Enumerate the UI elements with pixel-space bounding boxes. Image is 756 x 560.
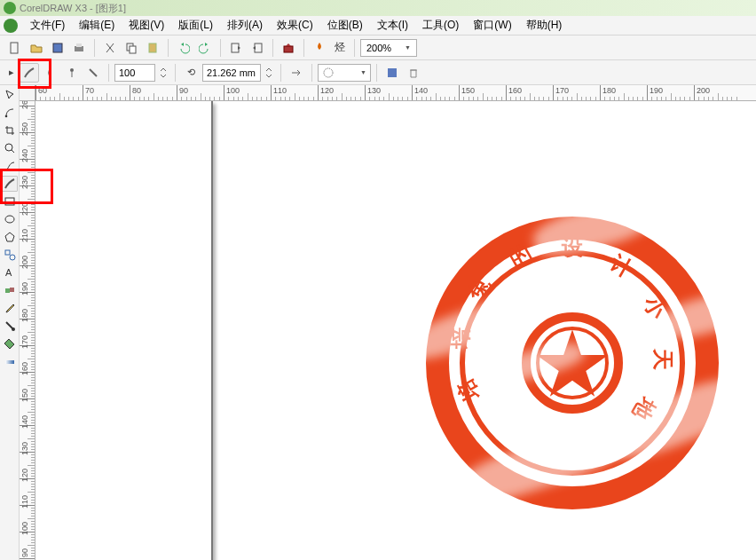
blend-tool[interactable] bbox=[2, 282, 18, 298]
separator bbox=[311, 64, 312, 82]
brush-preset-3[interactable] bbox=[62, 63, 82, 83]
menu-effects[interactable]: 效果(C) bbox=[270, 16, 320, 35]
svg-rect-21 bbox=[10, 288, 14, 292]
artistic-media-tool[interactable] bbox=[2, 176, 18, 192]
brush-preset-1[interactable] bbox=[20, 63, 39, 83]
delete-preset-button[interactable] bbox=[404, 63, 423, 83]
chevron-down-icon: ▼ bbox=[360, 69, 366, 75]
rectangle-tool[interactable] bbox=[2, 193, 18, 209]
menu-text[interactable]: 文本(I) bbox=[370, 16, 415, 35]
shape-tool[interactable] bbox=[2, 105, 18, 121]
property-bar: ▸ 100 ⟲ 21.262 mm ▼ bbox=[0, 60, 756, 85]
zoom-selector[interactable]: 200% ▼ bbox=[360, 39, 417, 57]
basic-shapes-tool[interactable] bbox=[2, 247, 18, 263]
print-button[interactable] bbox=[69, 38, 89, 58]
workspace: A 60708090100110120130140150160170180190… bbox=[0, 85, 756, 560]
menu-edit[interactable]: 编辑(E) bbox=[72, 16, 122, 35]
polygon-tool[interactable] bbox=[2, 229, 18, 245]
eyedropper-tool[interactable] bbox=[2, 300, 18, 316]
svg-rect-8 bbox=[255, 43, 262, 52]
svg-rect-17 bbox=[5, 250, 10, 255]
zoom-value: 200% bbox=[366, 43, 391, 53]
separator bbox=[168, 39, 169, 57]
menu-view[interactable]: 视图(V) bbox=[122, 16, 171, 35]
svg-rect-23 bbox=[5, 360, 14, 364]
separator bbox=[376, 64, 377, 82]
stamp-graphic[interactable]: 培培兔的设计小天地 bbox=[426, 217, 719, 509]
paste-button[interactable] bbox=[143, 38, 162, 58]
rotation-link-icon[interactable]: ⟲ bbox=[181, 63, 201, 83]
menu-layout[interactable]: 版面(L) bbox=[171, 16, 220, 35]
svg-point-10 bbox=[70, 68, 74, 72]
interactive-fill-tool[interactable] bbox=[2, 353, 18, 369]
horizontal-ruler[interactable]: 6070809010011012013014015016017018019020… bbox=[35, 85, 756, 101]
open-button[interactable] bbox=[27, 38, 46, 58]
text-tool[interactable]: A bbox=[2, 264, 18, 280]
standard-toolbar: 烃 200% ▼ bbox=[0, 35, 756, 60]
app-launcher-button[interactable] bbox=[279, 38, 298, 58]
svg-rect-12 bbox=[388, 68, 397, 77]
separator bbox=[354, 39, 355, 57]
svg-rect-0 bbox=[11, 43, 18, 53]
menu-file[interactable]: 文件(F) bbox=[23, 16, 72, 35]
title-text: CorelDRAW X3 - [图形1] bbox=[20, 2, 126, 15]
canvas-area[interactable]: 培培兔的设计小天地 bbox=[35, 101, 756, 560]
cut-button[interactable] bbox=[100, 38, 120, 58]
svg-point-18 bbox=[10, 255, 15, 260]
title-bar: CorelDRAW X3 - [图形1] bbox=[0, 0, 756, 16]
separator bbox=[272, 39, 273, 57]
svg-rect-9 bbox=[284, 46, 293, 52]
svg-text:A: A bbox=[5, 267, 12, 278]
menu-arrange[interactable]: 排列(A) bbox=[220, 16, 270, 35]
flame-icon[interactable] bbox=[310, 38, 329, 58]
pick-tool[interactable] bbox=[2, 87, 18, 103]
undo-button[interactable] bbox=[174, 38, 193, 58]
outline-tool[interactable] bbox=[2, 318, 18, 334]
menu-help[interactable]: 帮助(H) bbox=[519, 16, 570, 35]
stepper-arrows-icon[interactable] bbox=[157, 63, 169, 83]
flyout-prev-icon[interactable]: ▸ bbox=[5, 63, 18, 83]
stroke-direction-button[interactable] bbox=[287, 63, 306, 83]
nib-shape-icon bbox=[322, 67, 335, 79]
brush-size-input[interactable]: 100 bbox=[114, 64, 155, 82]
redo-button[interactable] bbox=[195, 38, 215, 58]
svg-rect-15 bbox=[5, 198, 14, 205]
crop-tool[interactable] bbox=[2, 122, 18, 138]
zoom-tool[interactable] bbox=[2, 140, 18, 156]
separator bbox=[280, 64, 281, 82]
svg-point-14 bbox=[5, 144, 12, 151]
rotate-icon: ⟲ bbox=[187, 67, 195, 78]
toolbox: A bbox=[0, 85, 20, 560]
svg-point-16 bbox=[5, 216, 14, 223]
svg-rect-7 bbox=[232, 43, 239, 52]
separator bbox=[303, 39, 304, 57]
svg-rect-5 bbox=[130, 46, 136, 53]
svg-point-11 bbox=[324, 68, 333, 77]
fill-tool[interactable] bbox=[2, 335, 18, 351]
stepper-arrows-icon-2[interactable] bbox=[263, 63, 275, 83]
brush-preset-4[interactable] bbox=[83, 63, 103, 83]
app-logo bbox=[4, 2, 16, 14]
export-button[interactable] bbox=[248, 38, 267, 58]
nib-width-value: 21.262 mm bbox=[207, 67, 256, 78]
menu-window[interactable]: 窗口(W) bbox=[466, 16, 518, 35]
menu-bitmap[interactable]: 位图(B) bbox=[320, 16, 370, 35]
save-preset-button[interactable] bbox=[382, 63, 402, 83]
menu-bar: 文件(F) 编辑(E) 视图(V) 版面(L) 排列(A) 效果(C) 位图(B… bbox=[0, 16, 756, 35]
svg-rect-6 bbox=[149, 43, 156, 52]
new-button[interactable] bbox=[5, 38, 25, 58]
app-icon bbox=[4, 19, 18, 33]
nib-shape-selector[interactable]: ▼ bbox=[318, 64, 371, 82]
vertical-ruler[interactable]: 2602502402302202102001901801701601501401… bbox=[20, 101, 35, 560]
save-button[interactable] bbox=[48, 38, 67, 58]
freehand-tool[interactable] bbox=[2, 158, 18, 174]
ellipse-tool[interactable] bbox=[2, 211, 18, 227]
menu-tools[interactable]: 工具(O) bbox=[415, 16, 466, 35]
brush-preset-2[interactable] bbox=[41, 63, 60, 83]
import-button[interactable] bbox=[226, 38, 246, 58]
torch-label: 烃 bbox=[335, 40, 345, 55]
copy-button[interactable] bbox=[122, 38, 141, 58]
nib-width-input[interactable]: 21.262 mm bbox=[202, 64, 261, 82]
svg-point-22 bbox=[12, 327, 15, 331]
svg-rect-3 bbox=[76, 43, 82, 47]
